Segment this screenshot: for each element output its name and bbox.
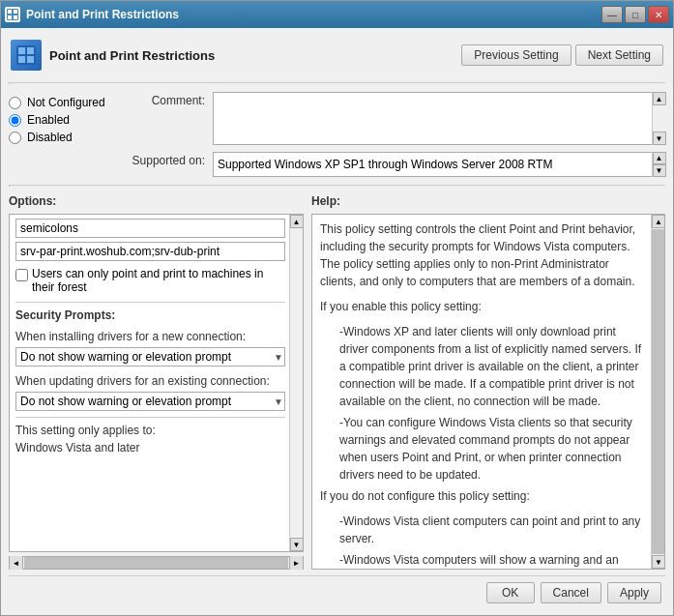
help-scrollbar: ▲ ▼ xyxy=(651,215,664,569)
supported-label: Supported on: xyxy=(123,152,205,167)
prev-setting-button[interactable]: Previous Setting xyxy=(461,44,571,66)
help-label-wrapper: Help: xyxy=(311,194,665,208)
comment-wrapper: ▲ ▼ xyxy=(213,92,665,148)
help-text: This policy setting controls the client … xyxy=(320,220,645,570)
options-field1[interactable] xyxy=(15,219,285,238)
scroll-down-arrow[interactable]: ▼ xyxy=(653,132,666,145)
options-panel: Users can only point and print to machin… xyxy=(9,214,304,570)
top-divider xyxy=(9,82,665,84)
options-hscroll-thumb xyxy=(24,557,288,569)
options-scroll-right[interactable]: ► xyxy=(289,556,303,570)
help-para-6: -Windows Vista client computers can poin… xyxy=(339,513,645,547)
forest-checkbox-label: Users can only point and print to machin… xyxy=(32,267,285,294)
radio-not-configured-label: Not Configured xyxy=(27,96,105,109)
help-scroll-area: This policy setting controls the client … xyxy=(311,214,665,570)
window-controls: — □ ✕ xyxy=(601,6,669,23)
svg-rect-7 xyxy=(27,47,34,54)
options-divider2 xyxy=(15,417,285,418)
supported-value: Supported Windows XP SP1 through Windows… xyxy=(213,152,665,177)
svg-rect-3 xyxy=(8,15,12,19)
title-bar-left: Point and Print Restrictions xyxy=(5,7,179,22)
radio-disabled: Disabled xyxy=(9,131,115,144)
help-label: Help: xyxy=(311,194,340,208)
help-para-4: -You can configure Windows Vista clients… xyxy=(339,414,645,484)
options-scroll-down[interactable]: ▼ xyxy=(290,538,304,551)
radio-enabled-label: Enabled xyxy=(27,113,70,127)
minimize-button[interactable]: — xyxy=(601,6,623,23)
new-connection-dropdown[interactable]: Do not show warning or elevation prompt … xyxy=(15,347,285,367)
new-connection-dropdown-row: Do not show warning or elevation prompt … xyxy=(15,347,285,367)
panel-labels: Options: Help: xyxy=(9,194,665,208)
close-button[interactable]: ✕ xyxy=(648,6,669,23)
header-left: Point and Print Restrictions xyxy=(11,40,215,71)
footer-buttons: OK Cancel Apply xyxy=(9,575,665,607)
help-para-1: This policy setting controls the client … xyxy=(320,220,645,290)
comment-scrollbar: ▲ ▼ xyxy=(652,92,665,145)
policy-title: Point and Print Restrictions xyxy=(49,48,215,63)
maximize-button[interactable]: □ xyxy=(625,6,646,23)
svg-rect-4 xyxy=(14,15,17,19)
options-divider1 xyxy=(15,302,285,303)
help-scroll-thumb xyxy=(652,229,664,554)
existing-connection-dropdown[interactable]: Do not show warning or elevation prompt … xyxy=(15,392,285,411)
ok-button[interactable]: OK xyxy=(486,582,535,603)
comment-label: Comment: xyxy=(123,92,205,107)
main-panels: Users can only point and print to machin… xyxy=(9,214,665,570)
radio-not-configured: Not Configured xyxy=(9,96,115,109)
help-panel: This policy setting controls the client … xyxy=(311,214,665,570)
svg-rect-1 xyxy=(8,10,12,14)
help-scroll-down[interactable]: ▼ xyxy=(652,555,665,569)
cancel-button[interactable]: Cancel xyxy=(541,582,601,603)
supported-row: Supported on: Supported Windows XP SP1 t… xyxy=(123,152,665,177)
radio-not-configured-input[interactable] xyxy=(9,97,21,109)
forest-checkbox[interactable] xyxy=(15,269,28,281)
supported-scrollbar: ▲ ▼ xyxy=(652,152,665,177)
help-para-7: -Windows Vista computers will show a war… xyxy=(339,551,645,570)
security-prompts-label: Security Prompts: xyxy=(15,307,285,324)
radio-enabled-input[interactable] xyxy=(9,114,21,127)
help-para-5: If you do not configure this policy sett… xyxy=(320,487,645,505)
next-setting-button[interactable]: Next Setting xyxy=(575,44,663,66)
top-section: Not Configured Enabled Disabled Comment: xyxy=(9,92,665,177)
supported-scroll-up[interactable]: ▲ xyxy=(653,152,666,164)
options-scroll-up[interactable]: ▲ xyxy=(290,215,304,228)
header-buttons: Previous Setting Next Setting xyxy=(461,44,663,66)
radio-disabled-input[interactable] xyxy=(9,132,21,144)
applies-to-value: Windows Vista and later xyxy=(15,439,285,456)
help-para-2: If you enable this policy setting: xyxy=(320,298,645,315)
help-para-3: -Windows XP and later clients will only … xyxy=(339,323,645,410)
content-area: Point and Print Restrictions Previous Se… xyxy=(1,28,673,615)
forest-checkbox-row: Users can only point and print to machin… xyxy=(15,267,285,294)
radio-enabled: Enabled xyxy=(9,113,115,127)
policy-icon xyxy=(11,40,42,71)
applies-to-label: This setting only applies to: xyxy=(15,422,285,439)
options-field2[interactable] xyxy=(15,242,285,261)
options-hscrollbar: ◄ ► xyxy=(9,556,304,570)
help-scroll-up[interactable]: ▲ xyxy=(652,215,665,228)
options-label-wrapper: Options: xyxy=(9,194,304,208)
options-scrollbar: ▲ ▼ xyxy=(289,215,303,551)
svg-rect-9 xyxy=(27,56,34,63)
radio-group: Not Configured Enabled Disabled xyxy=(9,92,115,148)
apply-button[interactable]: Apply xyxy=(607,582,661,603)
comment-row: Comment: ▲ ▼ xyxy=(123,92,665,148)
main-window: Point and Print Restrictions — □ ✕ xyxy=(0,0,674,616)
comment-textarea[interactable] xyxy=(213,92,665,145)
svg-rect-6 xyxy=(18,47,25,54)
scroll-up-arrow[interactable]: ▲ xyxy=(653,92,666,105)
svg-rect-2 xyxy=(14,10,17,14)
svg-rect-8 xyxy=(18,56,25,63)
existing-connection-label: When updating drivers for an existing co… xyxy=(15,372,285,390)
window-title: Point and Print Restrictions xyxy=(26,8,179,21)
options-scroll-left[interactable]: ◄ xyxy=(10,556,23,570)
options-scroll-inner: Users can only point and print to machin… xyxy=(10,215,303,460)
middle-divider xyxy=(9,185,665,187)
title-bar: Point and Print Restrictions — □ ✕ xyxy=(1,1,673,28)
options-label: Options: xyxy=(9,194,56,208)
supported-scroll-down[interactable]: ▼ xyxy=(653,164,666,177)
comment-supported-section: Comment: ▲ ▼ Supported on: Sup xyxy=(123,92,665,177)
supported-wrapper: Supported Windows XP SP1 through Windows… xyxy=(213,152,665,177)
header-area: Point and Print Restrictions Previous Se… xyxy=(9,36,665,74)
options-scroll-wrapper: Users can only point and print to machin… xyxy=(9,214,304,552)
window-icon xyxy=(5,7,20,22)
